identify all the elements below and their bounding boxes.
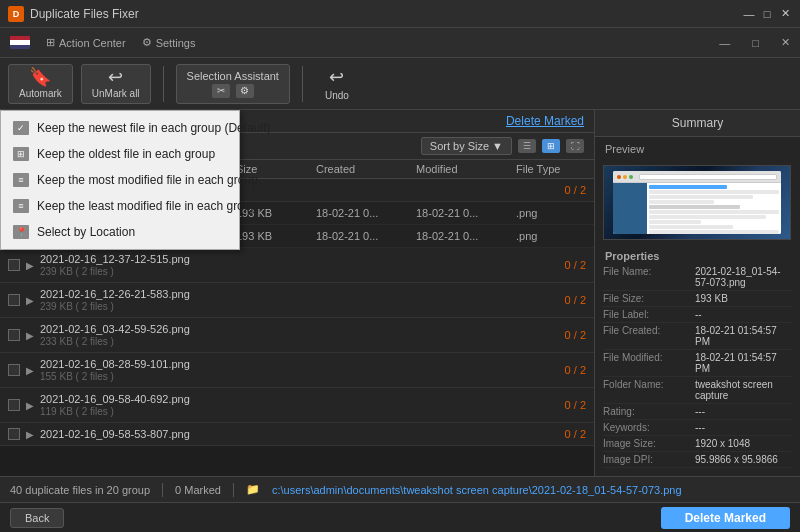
group-sublabel-2: 239 KB ( 2 files ): [40, 301, 559, 312]
selection-assistant-area: Selection Assistant ✂ ⚙: [176, 64, 290, 104]
preview-browser-bar: [613, 171, 780, 183]
delete-marked-button[interactable]: Delete Marked: [661, 507, 790, 529]
preview-image-inner: [604, 166, 790, 239]
view-list-icon[interactable]: ☰: [518, 139, 536, 153]
file-type-0-0: .png: [516, 207, 586, 219]
group-arrow-5[interactable]: ▶: [26, 400, 34, 411]
group-checkbox-2[interactable]: [8, 294, 20, 306]
marked-count: 0 Marked: [175, 484, 221, 496]
window-control-max[interactable]: □: [752, 37, 759, 49]
toolbar-separator-2: [302, 66, 303, 102]
group-sublabel-5: 119 KB ( 2 files ): [40, 406, 559, 417]
unmark-all-button[interactable]: ↩ UnMark all: [81, 64, 151, 104]
group-checkbox-1[interactable]: [8, 259, 20, 271]
col-filetype: File Type: [516, 163, 586, 175]
flag-icon: [10, 36, 30, 49]
group-row-1: ▶ 2021-02-16_12-37-12-515.png 239 KB ( 2…: [0, 248, 594, 283]
prop-keywords: Keywords: ---: [603, 420, 792, 436]
group-row-5: ▶ 2021-02-16_09-58-40-692.png 119 KB ( 2…: [0, 388, 594, 423]
menu-item-location[interactable]: 📍 Select by Location: [1, 219, 239, 245]
app-icon: D: [8, 6, 24, 22]
minimize-button[interactable]: —: [742, 7, 756, 21]
sel-icon-1[interactable]: ✂: [212, 84, 230, 98]
group-arrow-2[interactable]: ▶: [26, 295, 34, 306]
window-control-min[interactable]: —: [719, 37, 730, 49]
menu-item-newest[interactable]: ✓ Keep the newest file in each group (De…: [1, 115, 239, 141]
toolbar-separator-1: [163, 66, 164, 102]
group-count-2: 0 / 2: [565, 294, 586, 306]
prop-filecreated: File Created: 18-02-21 01:54:57 PM: [603, 323, 792, 350]
selection-assistant-icons: ✂ ⚙: [212, 84, 254, 98]
preview-main-mini: [647, 183, 781, 233]
sel-icon-2[interactable]: ⚙: [236, 84, 254, 98]
selection-assistant-label: Selection Assistant: [187, 70, 279, 82]
back-button[interactable]: Back: [10, 508, 64, 528]
preview-image: [603, 165, 791, 240]
prop-imagesize: Image Size: 1920 x 1048: [603, 436, 792, 452]
tab-controls-right: Sort by Size ▼ ☰ ⊞ ⛶: [421, 137, 584, 155]
file-size-0-1: 193 KB: [236, 230, 316, 242]
group-name-6: 2021-02-16_09-58-53-807.png: [40, 428, 559, 440]
prop-filelabel: File Label: --: [603, 307, 792, 323]
group-row-4: ▶ 2021-02-16_08-28-59-101.png 155 KB ( 2…: [0, 353, 594, 388]
newest-icon: ✓: [13, 121, 29, 135]
group-arrow-4[interactable]: ▶: [26, 365, 34, 376]
prop-rating: Rating: ---: [603, 404, 792, 420]
unmark-icon: ↩: [108, 68, 123, 86]
automark-dropdown: ✓ Keep the newest file in each group (De…: [0, 110, 240, 250]
location-icon: 📍: [13, 225, 29, 239]
group-checkbox-6[interactable]: [8, 428, 20, 440]
group-checkbox-4[interactable]: [8, 364, 20, 376]
group-count-0: 0 / 2: [565, 184, 586, 196]
action-center-icon: ⊞: [46, 36, 55, 49]
group-name-2: 2021-02-16_12-26-21-583.png: [40, 288, 559, 300]
group-checkbox-3[interactable]: [8, 329, 20, 341]
prop-filename: File Name: 2021-02-18_01-54-57-073.png: [603, 264, 792, 291]
title-bar: D Duplicate Files Fixer — □ ✕: [0, 0, 800, 28]
menu-item-most-modified[interactable]: ≡ Keep the most modified file in each gr…: [1, 167, 239, 193]
file-type-0-1: .png: [516, 230, 586, 242]
action-center-button[interactable]: ⊞ Action Center: [46, 36, 126, 49]
col-modified: Modified: [416, 163, 516, 175]
oldest-icon: ⊞: [13, 147, 29, 161]
window-control-close[interactable]: ✕: [781, 36, 790, 49]
group-sublabel-3: 233 KB ( 2 files ): [40, 336, 559, 347]
group-arrow-6[interactable]: ▶: [26, 429, 34, 440]
summary-title: Summary: [595, 110, 800, 137]
status-bar: 40 duplicate files in 20 group 0 Marked …: [0, 476, 800, 502]
maximize-button[interactable]: □: [760, 7, 774, 21]
file-created-0-1: 18-02-21 0...: [316, 230, 416, 242]
settings-button[interactable]: ⚙ Settings: [142, 36, 196, 49]
group-name-5: 2021-02-16_09-58-40-692.png: [40, 393, 559, 405]
folder-icon: 📁: [246, 483, 260, 496]
prop-foldername: Folder Name: tweakshot screen capture: [603, 377, 792, 404]
delete-marked-link[interactable]: Delete Marked: [506, 114, 584, 128]
preview-title: Preview: [595, 137, 800, 161]
group-name-4: 2021-02-16_08-28-59-101.png: [40, 358, 559, 370]
status-sep-2: [233, 483, 234, 497]
top-bar: ⊞ Action Center ⚙ Settings — □ ✕: [0, 28, 800, 58]
duplicate-count: 40 duplicate files in 20 group: [10, 484, 150, 496]
group-row-2: ▶ 2021-02-16_12-26-21-583.png 239 KB ( 2…: [0, 283, 594, 318]
group-count-5: 0 / 2: [565, 399, 586, 411]
menu-item-oldest[interactable]: ⊞ Keep the oldest file in each group: [1, 141, 239, 167]
prop-filemodified: File Modified: 18-02-21 01:54:57 PM: [603, 350, 792, 377]
automark-icon: 🔖: [29, 68, 51, 86]
automark-button[interactable]: 🔖 Automark: [8, 64, 73, 104]
dot-red: [617, 175, 621, 179]
most-modified-icon: ≡: [13, 173, 29, 187]
menu-item-least-modified[interactable]: ≡ Keep the least modified file in each g…: [1, 193, 239, 219]
sort-button[interactable]: Sort by Size ▼: [421, 137, 512, 155]
properties-title: Properties: [595, 244, 800, 264]
undo-button[interactable]: ↩ Undo: [315, 62, 359, 105]
group-arrow-3[interactable]: ▶: [26, 330, 34, 341]
view-grid-icon[interactable]: ⊞: [542, 139, 560, 153]
app-title: Duplicate Files Fixer: [30, 7, 742, 21]
view-expand-icon[interactable]: ⛶: [566, 139, 584, 153]
group-checkbox-5[interactable]: [8, 399, 20, 411]
group-count-1: 0 / 2: [565, 259, 586, 271]
prop-imagedpi: Image DPI: 95.9866 x 95.9866: [603, 452, 792, 468]
file-modified-0-1: 18-02-21 0...: [416, 230, 516, 242]
group-arrow-1[interactable]: ▶: [26, 260, 34, 271]
close-button[interactable]: ✕: [778, 7, 792, 21]
